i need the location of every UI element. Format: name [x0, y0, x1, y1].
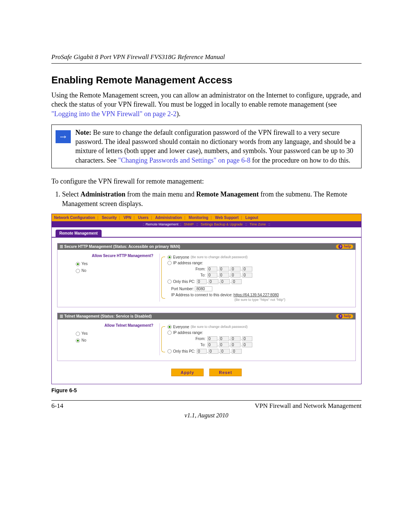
telnet-yes-label: Yes [81, 331, 88, 335]
radio-icon [167, 261, 172, 265]
footer-rule [51, 400, 362, 401]
https-hint: (Be sure to type "https" not "http") [167, 298, 352, 302]
note-box: → Note: Be sure to change the default co… [51, 125, 362, 168]
t-ip-only-3[interactable]: 0 [220, 349, 230, 354]
step1-a: Select [62, 190, 80, 198]
connect-label: IP Address to connect to this device: [171, 293, 233, 297]
ip-to-4[interactable]: 0 [242, 273, 252, 278]
radio-icon [167, 331, 172, 335]
tab-row: Remote Management [52, 227, 361, 237]
header-rule [51, 63, 362, 64]
connect-url[interactable]: https://64.139.54.227:8080 [234, 293, 279, 297]
t-opt-only-pc[interactable]: Only this PC: 0.0.0.0 [167, 349, 352, 354]
step1-d: Remote Management [196, 190, 258, 198]
sub-nav: :: Remote Management :: SNMP :: Settings… [52, 221, 361, 227]
nav-monitoring[interactable]: Monitoring [189, 216, 209, 220]
radio-selected-icon [167, 325, 172, 329]
radio-icon [76, 269, 80, 273]
subnav-remote-mgmt[interactable]: Remote Management [146, 222, 179, 226]
panel2-title: ☰ Telnet Management (Status: Service is … [60, 314, 152, 318]
t-ip-to-3[interactable]: 0 [231, 342, 241, 347]
ip-only-4[interactable]: 0 [232, 279, 242, 284]
t-only-label: Only this PC: [173, 349, 195, 353]
tab-remote-management[interactable]: Remote Management [56, 230, 102, 237]
telnet-yes-option[interactable]: Yes [76, 331, 156, 336]
t-ip-only-1[interactable]: 0 [197, 349, 207, 354]
nav-users[interactable]: Users [138, 216, 149, 220]
reset-button[interactable]: Reset [209, 369, 242, 376]
ip-from-3[interactable]: 0 [231, 267, 241, 272]
telnet-no-label: No [81, 338, 86, 342]
apply-button[interactable]: Apply [171, 369, 204, 376]
everyone-hint: (Be sure to change default password) [191, 255, 248, 259]
ip-from-1[interactable]: 0 [207, 267, 217, 272]
port-label: Port Number: [171, 287, 194, 291]
telnet-no-option[interactable]: No [76, 338, 156, 343]
t-opt-everyone[interactable]: Everyone(Be sure to change default passw… [167, 325, 352, 329]
ip-from-4[interactable]: 0 [242, 267, 252, 272]
http-no-option[interactable]: No [76, 268, 156, 273]
opt-range[interactable]: IP address range: [167, 261, 352, 265]
intro-text-1: Using the Remote Management screen, you … [51, 91, 361, 108]
step-1: Select Administration from the main menu… [62, 190, 362, 208]
t-range-label: IP address range: [173, 331, 203, 335]
opt-everyone[interactable]: Everyone(Be sure to change default passw… [167, 255, 352, 259]
t-ip-from-4[interactable]: 0 [242, 336, 252, 341]
ip-to-3[interactable]: 0 [231, 273, 241, 278]
t-ip-to-4[interactable]: 0 [242, 342, 252, 347]
ip-to-2[interactable]: 0 [219, 273, 229, 278]
ip-only-3[interactable]: 0 [220, 279, 230, 284]
ip-to-1[interactable]: 0 [207, 273, 217, 278]
remote-management-screenshot: Network Configuration| Security| VPN| Us… [51, 214, 362, 384]
ip-from-2[interactable]: 0 [219, 267, 229, 272]
subnav-backup[interactable]: Settings Backup & Upgrade [201, 222, 243, 226]
subnav-timezone[interactable]: Time Zone [250, 222, 266, 226]
steps-list: Select Administration from the main menu… [62, 190, 362, 208]
note-link[interactable]: "Changing Passwords and Settings" on pag… [118, 157, 250, 164]
t-ip-from-3[interactable]: 0 [231, 336, 241, 341]
t-ip-only-2[interactable]: 0 [209, 349, 218, 354]
t-ip-only-4[interactable]: 0 [232, 349, 242, 354]
note-body-2: for the procedure on how to do this. [250, 157, 350, 164]
http-yes-option[interactable]: Yes [76, 262, 156, 266]
t-opt-range[interactable]: IP address range: [167, 331, 352, 335]
doc-header: ProSafe Gigabit 8 Port VPN Firewall FVS3… [51, 53, 362, 61]
nav-logout[interactable]: Logout [245, 216, 258, 220]
footer-row: 6-14 VPN Firewall and Network Management [51, 402, 362, 410]
t-ip-from-1[interactable]: 0 [207, 336, 217, 341]
allow-http-label: Allow Secure HTTP Management? [61, 254, 156, 258]
config-intro: To configure the VPN firewall for remote… [51, 177, 362, 186]
t-ip-to-2[interactable]: 0 [219, 342, 229, 347]
ip-only-1[interactable]: 0 [197, 279, 207, 284]
panel1-title: ☰ Secure HTTP Management (Status: Access… [60, 244, 180, 249]
opt-only-pc[interactable]: Only this PC: 0.0.0.0 [167, 279, 352, 284]
chapter-title: VPN Firewall and Network Management [255, 402, 362, 410]
http-no-label: No [81, 268, 86, 273]
nav-web-support[interactable]: Web Support [215, 216, 239, 220]
port-input[interactable]: 8080 [195, 286, 212, 291]
intro-link[interactable]: "Logging into the VPN Firewall" on page … [51, 110, 177, 118]
subnav-snmp[interactable]: SNMP [184, 222, 194, 226]
nav-vpn[interactable]: VPN [123, 216, 131, 220]
t-ip-to-1[interactable]: 0 [207, 342, 217, 347]
ip-only-2[interactable]: 0 [209, 279, 218, 284]
bracket-icon [161, 326, 165, 352]
intro-text-2: ). [177, 110, 181, 118]
intro-paragraph: Using the Remote Management screen, you … [51, 91, 362, 118]
help-button[interactable]: help [336, 244, 353, 249]
nav-administration[interactable]: Administration [155, 216, 182, 220]
allow-telnet-label: Allow Telnet Management? [61, 323, 156, 328]
to-label: To: [190, 273, 206, 277]
panel-telnet: ☰ Telnet Management (Status: Service is … [57, 313, 356, 361]
note-text: Note: Be sure to change the default conf… [75, 128, 357, 165]
t-ip-from-2[interactable]: 0 [219, 336, 229, 341]
bracket-icon [161, 257, 165, 299]
opt-only-label: Only this PC: [173, 280, 195, 284]
nav-net-config[interactable]: Network Configuration [54, 216, 95, 220]
doc-version: v1.1, August 2010 [51, 412, 362, 419]
panel-secure-http: ☰ Secure HTTP Management (Status: Access… [57, 243, 356, 307]
step1-b: Administration [80, 190, 125, 198]
step1-c: from the main menu and [126, 190, 196, 198]
nav-security[interactable]: Security [102, 216, 116, 220]
help-button[interactable]: help [336, 314, 353, 318]
